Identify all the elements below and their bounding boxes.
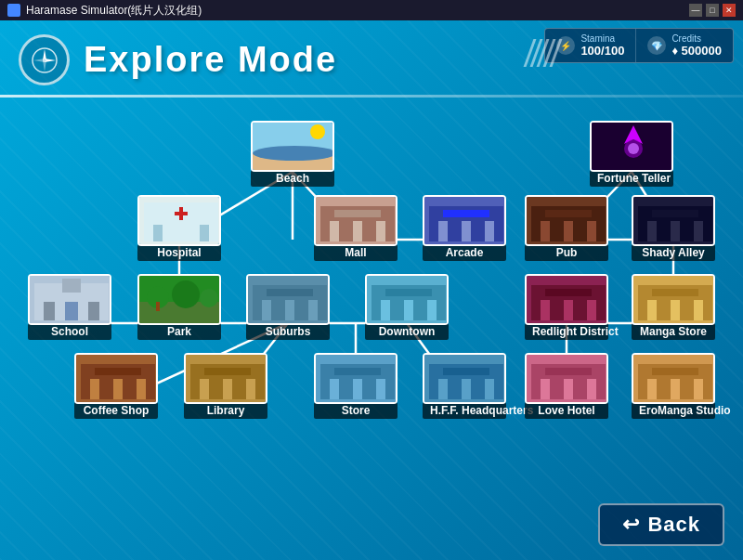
svg-point-5 [43,59,46,62]
svg-rect-57 [545,210,592,217]
svg-rect-75 [156,302,160,311]
svg-rect-68 [65,302,78,320]
svg-rect-54 [541,221,550,241]
svg-rect-49 [462,221,471,241]
svg-rect-114 [330,379,339,399]
location-hospital[interactable]: Hospital [137,195,221,261]
svg-rect-115 [353,379,362,399]
location-suburbs[interactable]: Suburbs [246,274,330,340]
location-label-suburbs: Suburbs [246,323,330,340]
location-img-mall [314,195,398,246]
svg-rect-86 [427,300,437,320]
svg-rect-63 [652,210,698,217]
location-img-fortune-teller [590,121,673,172]
location-park[interactable]: Park [137,274,221,340]
location-love-hotel[interactable]: Love Hotel [525,353,608,419]
close-button[interactable]: ✕ [723,4,736,17]
svg-rect-133 [671,379,680,399]
svg-rect-111 [204,368,251,375]
header-decoration [528,39,557,67]
location-label-school: School [28,323,111,340]
svg-rect-91 [564,300,573,320]
location-img-love-hotel [525,353,608,404]
location-mall[interactable]: Mall [314,195,398,261]
minimize-button[interactable]: — [689,4,702,17]
svg-rect-81 [267,289,313,296]
svg-point-74 [200,289,218,307]
location-img-park [137,274,221,325]
svg-rect-104 [137,379,146,399]
location-img-downtown [365,274,449,325]
svg-rect-117 [334,368,381,375]
location-img-suburbs [246,274,330,325]
svg-rect-39 [200,225,209,241]
location-school[interactable]: School [28,274,111,340]
location-label-park: Park [137,323,221,340]
title-bar: Haramase Simulator(纸片人汉化组) — □ ✕ [0,0,743,20]
location-label-hff: H.F.F. Headquarters [423,402,506,419]
svg-rect-60 [647,221,657,241]
location-label-shady-alley: Shady Alley [632,244,715,261]
location-label-hospital: Hospital [137,244,221,261]
svg-rect-132 [647,379,657,399]
location-label-fortune-teller: Fortune Teller [590,170,673,187]
location-hff[interactable]: H.F.F. Headquarters [423,353,506,419]
svg-rect-92 [587,300,596,320]
svg-point-33 [628,143,639,154]
svg-rect-80 [308,300,318,320]
page-title: Explore Mode [84,40,337,80]
location-fortune-teller[interactable]: Fortune Teller [590,121,673,187]
svg-rect-99 [652,289,698,296]
location-img-arcade [423,195,506,246]
map-area: BeachFortune TellerHospitalMallArcadePub… [0,102,743,501]
maximize-button[interactable]: □ [706,4,719,17]
location-library[interactable]: Library [184,353,267,419]
location-downtown[interactable]: Downtown [365,274,449,340]
svg-point-27 [253,146,332,161]
location-shady-alley[interactable]: Shady Alley [632,195,715,261]
main-content: ⚡ Stamina 100/100 💎 Credits ♦ 500000 [0,20,743,560]
svg-point-73 [172,280,200,308]
location-label-library: Library [184,402,267,419]
svg-rect-69 [88,302,99,320]
svg-rect-37 [179,207,183,220]
location-img-hospital [137,195,221,246]
svg-rect-50 [485,221,494,241]
location-label-coffee-shop: Coffee Shop [74,402,158,419]
svg-rect-128 [587,379,596,399]
svg-rect-79 [285,300,294,320]
location-coffee-shop[interactable]: Coffee Shop [74,353,158,419]
svg-rect-135 [652,368,698,375]
location-label-redlight: Redlight District [525,323,608,340]
location-label-arcade: Arcade [423,244,506,261]
svg-rect-84 [381,300,390,320]
app-icon [7,4,20,17]
svg-rect-103 [113,379,123,399]
location-redlight[interactable]: Redlight District [525,274,608,340]
svg-rect-108 [200,379,209,399]
location-beach[interactable]: Beach [251,121,334,187]
location-img-library [184,353,267,404]
location-arcade[interactable]: Arcade [423,195,506,261]
svg-rect-109 [223,379,232,399]
svg-rect-134 [694,379,703,399]
location-img-beach [251,121,334,172]
title-bar-left: Haramase Simulator(纸片人汉化组) [7,3,202,19]
back-button[interactable]: ↩ Back [598,503,724,546]
header-divider [0,95,743,98]
svg-rect-122 [485,379,494,399]
svg-rect-55 [564,221,573,241]
window-controls[interactable]: — □ ✕ [689,4,736,17]
location-store[interactable]: Store [314,353,398,419]
svg-rect-121 [462,379,471,399]
svg-point-28 [310,124,325,139]
location-manga-store[interactable]: Manga Store [632,274,715,340]
svg-rect-110 [246,379,255,399]
location-label-pub: Pub [525,244,608,261]
back-label: Back [647,513,700,537]
location-label-love-hotel: Love Hotel [525,402,608,419]
location-pub[interactable]: Pub [525,195,608,261]
svg-rect-48 [438,221,448,241]
location-eromanga[interactable]: EroManga Studio [632,353,715,419]
location-label-beach: Beach [251,170,334,187]
